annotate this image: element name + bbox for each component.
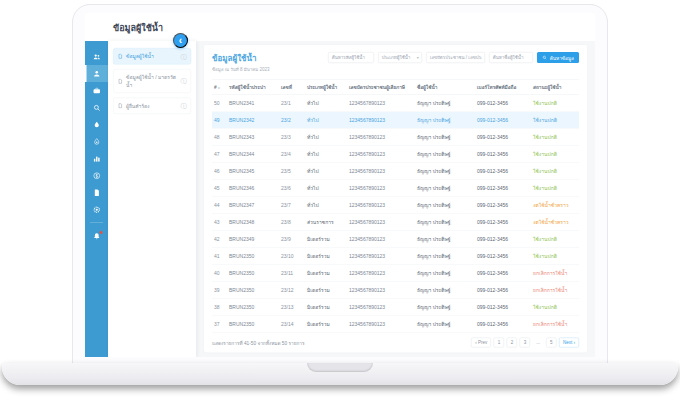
cell-citizen_id: 1234567890123 bbox=[347, 94, 415, 111]
rail-item-settings-icon[interactable] bbox=[85, 201, 108, 218]
cell-code: BRUN2349 bbox=[227, 230, 279, 247]
cell-citizen_id: 1234567890123 bbox=[347, 162, 415, 179]
laptop-notch bbox=[307, 363, 373, 372]
chevron-down-icon: ▾ bbox=[417, 55, 419, 60]
cell-type: ทั่วไป bbox=[305, 196, 347, 213]
cell-citizen_id: 1234567890123 bbox=[347, 264, 415, 281]
table-row[interactable]: 38BRUN235023/13มิเตอร์รวม1234567890123ธั… bbox=[212, 298, 579, 315]
cell-house_no: 23/13 bbox=[279, 298, 305, 315]
back-button[interactable]: ‹ bbox=[173, 33, 188, 48]
cell-no: 40 bbox=[212, 264, 227, 281]
icon-rail bbox=[85, 41, 108, 357]
cell-house_no: 23/11 bbox=[279, 264, 305, 281]
rail-item-search-icon[interactable] bbox=[85, 99, 108, 116]
cell-phone: 099-012-3456 bbox=[475, 315, 531, 332]
column-header-7: สถานะผู้ใช้น้ำ bbox=[531, 79, 579, 94]
users-icon bbox=[92, 52, 101, 61]
cell-house_no: 23/4 bbox=[279, 145, 305, 162]
info-icon: ⓘ bbox=[181, 103, 187, 109]
cell-code: BRUN2341 bbox=[227, 94, 279, 111]
rail-item-users-icon[interactable] bbox=[85, 48, 108, 65]
page-button-5[interactable]: 5 bbox=[546, 338, 557, 348]
page-button-...[interactable]: ... bbox=[533, 338, 544, 348]
table-row[interactable]: 41BRUN235023/10มิเตอร์รวม1234567890123ธั… bbox=[212, 247, 579, 264]
cell-code: BRUN2348 bbox=[227, 213, 279, 230]
cell-no: 44 bbox=[212, 196, 227, 213]
cell-no: 50 bbox=[212, 94, 227, 111]
file-icon bbox=[118, 78, 124, 84]
table-row[interactable]: 49BRUN234223/2ทั่วไป1234567890123ธัญญา ป… bbox=[212, 111, 579, 128]
table-row[interactable]: 42BRUN234923/9มิเตอร์รวม1234567890123ธัญ… bbox=[212, 230, 579, 247]
table-row[interactable]: 40BRUN235023/11มิเตอร์รวม1234567890123ธั… bbox=[212, 264, 579, 281]
next-page-button[interactable]: Next › bbox=[559, 338, 579, 348]
cell-code: BRUN2343 bbox=[227, 128, 279, 145]
page-button-2[interactable]: 2 bbox=[507, 338, 518, 348]
cell-house_no: 23/7 bbox=[279, 196, 305, 213]
content-card: ข้อมูลผู้ใช้น้ำ ข้อมูล ณ วันที่ 8 มีนาคม… bbox=[204, 45, 587, 353]
table-row[interactable]: 37BRUN235023/14มิเตอร์รวม1234567890123ธั… bbox=[212, 315, 579, 332]
cell-house_no: 23/10 bbox=[279, 247, 305, 264]
cell-name: ธัญญา ประดิษฐ์ bbox=[415, 162, 475, 179]
submenu-item-1[interactable]: ข้อมูลผู้ใช้น้ำ / มาตรวัดน้ำⓘ bbox=[113, 69, 191, 93]
table-row[interactable]: 39BRUN235023/12มิเตอร์รวม1234567890123ธั… bbox=[212, 281, 579, 298]
cell-code: BRUN2350 bbox=[227, 247, 279, 264]
rail-item-user-icon[interactable] bbox=[85, 65, 108, 82]
table-row[interactable]: 46BRUN234523/5ทั่วไป1234567890123ธัญญา ป… bbox=[212, 162, 579, 179]
column-header-4: เลขบัตรประชาชนผู้เสียภาษี bbox=[347, 79, 415, 94]
rail-item-water-drop-icon[interactable] bbox=[85, 116, 108, 133]
search-button[interactable]: ค้นหาข้อมูล bbox=[537, 52, 579, 63]
cell-citizen_id: 1234567890123 bbox=[347, 298, 415, 315]
table-row[interactable]: 48BRUN234323/3ทั่วไป1234567890123ธัญญา ป… bbox=[212, 128, 579, 145]
sort-icon[interactable]: ▸ bbox=[218, 85, 220, 90]
rail-item-money-icon[interactable] bbox=[85, 167, 108, 184]
app-topbar: ข้อมูลผู้ใช้น้ำ bbox=[85, 13, 595, 41]
cell-type: ส่วนราชการ bbox=[305, 213, 347, 230]
cell-type: ทั่วไป bbox=[305, 128, 347, 145]
search-name-input[interactable] bbox=[489, 52, 533, 63]
cell-type: มิเตอร์รวม bbox=[305, 281, 347, 298]
page-header: ข้อมูลผู้ใช้น้ำ ข้อมูล ณ วันที่ 8 มีนาคม… bbox=[212, 52, 579, 73]
pagination: ‹ Prev123...5Next › bbox=[471, 338, 579, 348]
cell-status: งดใช้น้ำชั่วคราว bbox=[531, 213, 579, 230]
rail-item-document-icon[interactable] bbox=[85, 184, 108, 201]
table-row[interactable]: 47BRUN234423/4ทั่วไป1234567890123ธัญญา ป… bbox=[212, 145, 579, 162]
table-row[interactable]: 44BRUN234723/7ทั่วไป1234567890123ธัญญา ป… bbox=[212, 196, 579, 213]
app-window: ข้อมูลผู้ใช้น้ำ ‹ ข้อมูลผู้ใช้น้ำⓘข้อมูล… bbox=[85, 13, 595, 357]
submenu-item-0[interactable]: ข้อมูลผู้ใช้น้ำⓘ bbox=[113, 48, 191, 65]
cell-status: ยกเลิกการใช้น้ำ bbox=[531, 264, 579, 281]
cell-citizen_id: 1234567890123 bbox=[347, 230, 415, 247]
type-select[interactable]: ประเภทผู้ใช้น้ำ ▾ bbox=[378, 52, 422, 63]
cell-status: ใช้งานปกติ bbox=[531, 145, 579, 162]
rail-item-water-meter-icon[interactable] bbox=[85, 133, 108, 150]
table-row[interactable]: 50BRUN234123/1ทั่วไป1234567890123ธัญญา ป… bbox=[212, 94, 579, 111]
cell-status: ใช้งานปกติ bbox=[531, 230, 579, 247]
cell-code: BRUN2347 bbox=[227, 196, 279, 213]
cell-citizen_id: 1234567890123 bbox=[347, 179, 415, 196]
table-row[interactable]: 43BRUN234823/8ส่วนราชการ1234567890123ธัญ… bbox=[212, 213, 579, 230]
page-button-1[interactable]: 1 bbox=[494, 338, 505, 348]
cell-status: ใช้งานปกติ bbox=[531, 247, 579, 264]
cell-phone: 099-012-3456 bbox=[475, 162, 531, 179]
prev-page-button[interactable]: ‹ Prev bbox=[471, 338, 491, 348]
citizen-id-input[interactable] bbox=[426, 52, 485, 63]
page-button-3[interactable]: 3 bbox=[520, 338, 531, 348]
cell-citizen_id: 1234567890123 bbox=[347, 247, 415, 264]
cell-code: BRUN2344 bbox=[227, 145, 279, 162]
cell-house_no: 23/12 bbox=[279, 281, 305, 298]
cell-citizen_id: 1234567890123 bbox=[347, 145, 415, 162]
cell-type: ทั่วไป bbox=[305, 162, 347, 179]
rail-item-bar-chart-icon[interactable] bbox=[85, 150, 108, 167]
cell-phone: 099-012-3456 bbox=[475, 145, 531, 162]
table-row[interactable]: 45BRUN234623/6ทั่วไป1234567890123ธัญญา ป… bbox=[212, 179, 579, 196]
column-header-1: รหัสผู้ใช้น้ำประปา bbox=[227, 79, 279, 94]
search-code-input[interactable] bbox=[328, 52, 374, 63]
table-body: 50BRUN234123/1ทั่วไป1234567890123ธัญญา ป… bbox=[212, 94, 579, 332]
submenu-item-2[interactable]: ผู้ยื่นคำร้องⓘ bbox=[113, 98, 191, 115]
money-icon bbox=[92, 171, 101, 180]
rail-item-bell-icon[interactable] bbox=[85, 228, 108, 245]
search-icon bbox=[542, 55, 547, 60]
cell-type: มิเตอร์รวม bbox=[305, 298, 347, 315]
water-meter-icon bbox=[92, 137, 101, 146]
submenu-panel: ข้อมูลผู้ใช้น้ำⓘข้อมูลผู้ใช้น้ำ / มาตรวั… bbox=[108, 41, 196, 357]
rail-item-briefcase-icon[interactable] bbox=[85, 82, 108, 99]
